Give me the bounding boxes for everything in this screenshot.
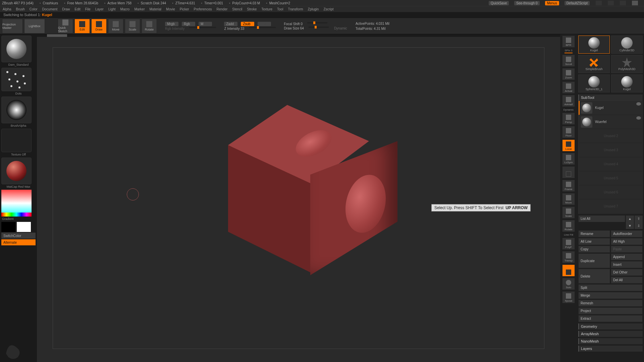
menu-brush[interactable]: Brush: [16, 7, 25, 11]
frame-button[interactable]: Frame: [562, 180, 575, 192]
tool-slot[interactable]: Sphere3D_1: [578, 74, 610, 93]
spix-label[interactable]: SPix 3: [565, 49, 572, 53]
close-icon[interactable]: [632, 1, 638, 5]
rgb-toggle[interactable]: Rgb: [182, 22, 195, 26]
gradient-label[interactable]: Gradient: [1, 217, 36, 221]
zadd-toggle[interactable]: Zadd: [224, 22, 237, 26]
section-nanomesh[interactable]: NanoMesh: [578, 338, 643, 344]
edit-mode-button[interactable]: Edit: [74, 19, 90, 34]
xpose-button[interactable]: Xpose: [562, 291, 575, 303]
move-down-button[interactable]: ⇩: [635, 222, 643, 229]
remesh-section[interactable]: Remesh: [578, 300, 643, 307]
alternate-button[interactable]: Alternate: [1, 239, 36, 245]
menu-picker[interactable]: Picker: [180, 7, 189, 11]
document-scrollbar[interactable]: [37, 34, 560, 37]
menu-tool[interactable]: Tool: [277, 7, 283, 11]
menu-material[interactable]: Material: [150, 7, 162, 11]
del-other-button[interactable]: Del Other: [611, 269, 643, 276]
delete-button[interactable]: Delete: [578, 269, 610, 284]
menu-file[interactable]: File: [85, 7, 91, 11]
append-button[interactable]: Append: [611, 253, 643, 260]
maximize-icon[interactable]: [620, 1, 626, 5]
visibility-icon[interactable]: [636, 116, 641, 120]
local-button[interactable]: Local: [562, 139, 575, 152]
menu-draw[interactable]: Draw: [62, 7, 70, 11]
primary-color[interactable]: [17, 222, 31, 232]
menu-movie[interactable]: Movie: [166, 7, 175, 11]
menu-layer[interactable]: Layer: [95, 7, 104, 11]
quick-sketch-button[interactable]: Quick Sketch: [58, 19, 73, 34]
menus-toggle[interactable]: Menus: [545, 1, 559, 5]
section-layers[interactable]: Layers: [578, 346, 643, 352]
menu-preferences[interactable]: Preferences: [194, 7, 212, 11]
menu-marker[interactable]: Marker: [134, 7, 145, 11]
copy-button[interactable]: Copy: [578, 246, 610, 253]
scale-view-button[interactable]: Scale: [562, 206, 575, 219]
project-section[interactable]: Project: [578, 307, 643, 314]
xyz-button[interactable]: [562, 166, 575, 178]
rgb-intensity-slider[interactable]: [189, 27, 216, 28]
section-geometry[interactable]: Geometry: [578, 323, 643, 329]
mrgb-toggle[interactable]: Mrgb: [165, 22, 178, 26]
floor-button[interactable]: Floor: [562, 126, 575, 138]
texture-picker[interactable]: [1, 129, 32, 152]
secondary-color[interactable]: [1, 222, 15, 232]
stroke-picker[interactable]: [1, 68, 32, 91]
duplicate-button[interactable]: Duplicate: [578, 253, 610, 268]
zsub-toggle[interactable]: Zsub: [241, 22, 254, 26]
tool-slot[interactable]: Kugel: [611, 74, 643, 93]
window-control-icon[interactable]: [596, 1, 602, 5]
move-view-button[interactable]: Move: [562, 193, 575, 205]
subtool-item[interactable]: Wuerfel: [579, 115, 642, 129]
brush-picker[interactable]: [1, 36, 32, 62]
lightbox-button[interactable]: LightBox: [24, 19, 45, 34]
switch-color-button[interactable]: SwitchColor: [1, 233, 36, 239]
menu-stroke[interactable]: Stroke: [247, 7, 257, 11]
dynamic-toggle[interactable]: Dynamic: [334, 26, 347, 30]
select-down-button[interactable]: ▼: [626, 222, 634, 229]
menu-alpha[interactable]: Alpha: [3, 7, 11, 11]
scale-mode-button[interactable]: Scale: [125, 19, 140, 34]
ghost-button[interactable]: [562, 264, 575, 277]
default-script[interactable]: DefaultZScript: [565, 1, 590, 5]
minimize-icon[interactable]: [608, 1, 614, 5]
extract-section[interactable]: Extract: [578, 315, 643, 322]
menu-zplugin[interactable]: Zplugin: [308, 7, 319, 11]
scroll-button[interactable]: Scroll: [562, 55, 575, 67]
subtool-item[interactable]: Kugel: [579, 101, 642, 115]
del-all-button[interactable]: Del All: [611, 277, 643, 284]
persp-button[interactable]: Persp: [562, 113, 575, 125]
section-arraymesh[interactable]: ArrayMesh: [578, 331, 643, 337]
menu-transform[interactable]: Transform: [288, 7, 303, 11]
transp-button[interactable]: Transp: [562, 251, 575, 263]
move-mode-button[interactable]: Move: [108, 19, 123, 34]
polyf-button[interactable]: PolyF: [562, 238, 575, 250]
see-through-slider[interactable]: See-through 0: [514, 1, 539, 5]
merge-section[interactable]: Merge: [578, 292, 643, 299]
solo-button[interactable]: Solo: [562, 278, 575, 290]
rename-button[interactable]: Rename: [578, 230, 610, 237]
select-up-button[interactable]: ▲: [626, 216, 634, 222]
menu-edit[interactable]: Edit: [75, 7, 80, 11]
color-picker[interactable]: [1, 190, 32, 217]
material-picker[interactable]: [1, 158, 32, 184]
tool-slot[interactable]: Cylinder3D: [611, 36, 643, 54]
viewport[interactable]: Select Up. Press SHIFT To Select FirstUP…: [37, 34, 560, 362]
tool-slot[interactable]: SimpleBrush: [578, 55, 610, 73]
all-low-button[interactable]: All Low: [578, 238, 610, 245]
menu-document[interactable]: Document: [42, 7, 58, 11]
lcsym-button[interactable]: LcSym: [562, 153, 575, 165]
actual-size-button[interactable]: Actual: [562, 81, 575, 94]
paste-button[interactable]: Paste: [611, 246, 643, 253]
insert-button[interactable]: Insert: [611, 261, 643, 268]
aahalf-button[interactable]: AAHalf: [562, 95, 575, 107]
zoom-button[interactable]: Zoom: [562, 68, 575, 80]
rotate-mode-button[interactable]: Rotate: [142, 19, 157, 34]
projection-master-button[interactable]: Projection Master: [2, 19, 23, 34]
focal-shift-slider[interactable]: [307, 22, 327, 23]
menu-zscript[interactable]: Zscript: [323, 7, 333, 11]
m-toggle[interactable]: M: [199, 22, 212, 26]
z-intensity-slider[interactable]: [249, 27, 276, 28]
list-all-button[interactable]: List All: [578, 215, 625, 222]
bpr-render-button[interactable]: BPR: [562, 36, 575, 48]
